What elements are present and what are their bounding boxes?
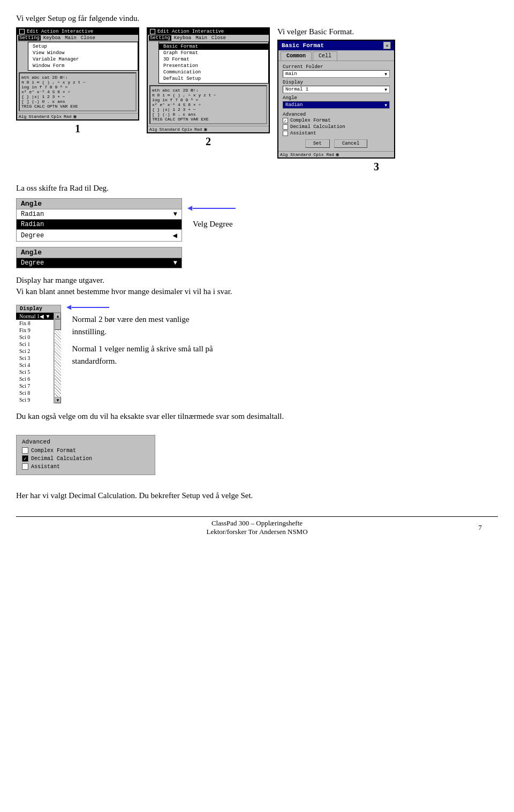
- display-item-sci0[interactable]: Sci 0: [16, 334, 54, 341]
- angle-option-degree[interactable]: Degree ◀: [16, 230, 182, 242]
- menu-window-form[interactable]: Window Form: [28, 63, 138, 69]
- display-item-normal1-text: Normal 1: [19, 313, 40, 319]
- normal-arrow-head: ◀: [66, 303, 71, 311]
- calc-ui-2: Edit Action Interactive Setting Keyboa M…: [147, 27, 270, 133]
- menu2-default-setup[interactable]: Default Setup: [159, 76, 268, 82]
- blue-arrows-container: ◀ Velg Degree: [193, 198, 236, 229]
- angle-after-label: Angle: [16, 247, 182, 258]
- radian-selected-text: Radian: [21, 221, 44, 228]
- screenshot-1: Edit Action Interactive Setting Keyboa M…: [16, 27, 139, 135]
- cb-assistant[interactable]: [283, 131, 288, 136]
- advanced-section-display: Advanced Complex Format ✓ Decimal Calcul…: [16, 435, 155, 475]
- arrow-line-1: ◀: [193, 208, 236, 209]
- status2-icon: ▣: [204, 127, 207, 132]
- angle-dropdown[interactable]: Radian ▼: [283, 101, 390, 109]
- cancel-button[interactable]: Cancel: [334, 139, 367, 148]
- cb-complex-label: Complex Format: [290, 118, 331, 123]
- footer-container: ClassPad 300 – Opplæringshefte Lektor/fo…: [16, 519, 498, 536]
- calc-title-1: Edit Action Interactive: [27, 29, 93, 34]
- adv-checkbox-complex: Complex Format: [22, 447, 149, 454]
- arrow-head-1: ◀: [187, 204, 192, 212]
- cb-decimal-calc[interactable]: [283, 124, 288, 130]
- display-item-fix9[interactable]: Fix 9: [16, 327, 54, 334]
- display-item-sci4[interactable]: Sci 4: [16, 362, 54, 369]
- display-item-sci6[interactable]: Sci 6: [16, 375, 54, 382]
- dialog-status: Alg Standard Cplx Rad ▣: [278, 151, 394, 157]
- menu-view-window[interactable]: View Window: [28, 50, 138, 56]
- scrollbar-up[interactable]: ▲: [55, 313, 61, 319]
- menu-main[interactable]: Main: [63, 35, 78, 41]
- menu2-main[interactable]: Main: [194, 35, 209, 41]
- adv-checkbox-decimal: ✓ Decimal Calculation: [22, 455, 149, 462]
- dialog-titlebar: Basic Format ✕: [278, 41, 394, 50]
- velg-degree-label: Velg Degree: [193, 220, 236, 229]
- current-folder-dropdown[interactable]: main ▼: [283, 70, 390, 78]
- status-alg: Alg: [19, 114, 26, 119]
- calc-menu-1: Setting Keyboa Main Close: [17, 35, 138, 42]
- rad-deg-text: La oss skifte fra Rad til Deg.: [16, 184, 498, 193]
- screenshot-2: Edit Action Interactive Setting Keyboa M…: [147, 27, 270, 148]
- status2-standard: Standard: [159, 127, 179, 132]
- menu-setting[interactable]: Setting: [18, 35, 41, 41]
- display-item-sci3[interactable]: Sci 3: [16, 355, 54, 362]
- tab-common[interactable]: Common: [281, 51, 312, 61]
- dialog-close-button[interactable]: ✕: [383, 42, 391, 49]
- display-item-sci5[interactable]: Sci 5: [16, 369, 54, 375]
- display-item-sci8[interactable]: Sci 8: [16, 389, 54, 396]
- dropdown-arrow-1: ▼: [384, 72, 387, 77]
- advanced-title: Advanced: [22, 439, 149, 445]
- display-section-text: Display har mange utgaver. Vi kan blant …: [16, 276, 498, 296]
- adv-cb-assistant[interactable]: [22, 463, 28, 470]
- radian-header-text: Radian: [21, 210, 44, 218]
- display-item-fix8[interactable]: Fix 8: [16, 320, 54, 327]
- display-dropdown[interactable]: Normal 1 ▼: [283, 86, 390, 93]
- adv-decimal-label: Decimal Calculation: [31, 456, 92, 462]
- menu2-basic-format[interactable]: Basic Format: [159, 43, 268, 50]
- scrollbar-down[interactable]: ▼: [55, 397, 61, 403]
- calc-display-2: mth abc cat 2D ⊠↑↓ π 8 i ∞ ( ) , ÷ x y z…: [149, 85, 267, 124]
- menu2-communication[interactable]: Communication: [159, 69, 268, 76]
- menu2-keyboard[interactable]: Keyboa: [172, 35, 193, 41]
- cb-decimal-label: Decimal Calculation: [290, 124, 345, 130]
- menu2-graph-format[interactable]: Graph Format: [159, 50, 268, 56]
- degree-selected-display[interactable]: Degree ▼: [16, 258, 182, 268]
- radian-arrow-down: ▼: [173, 210, 177, 218]
- tab-cell[interactable]: Cell: [313, 51, 337, 61]
- display-item-sci2[interactable]: Sci 2: [16, 348, 54, 355]
- adv-cb-decimal[interactable]: ✓: [22, 455, 28, 462]
- menu2-close[interactable]: Close: [210, 35, 228, 41]
- arrow-to-radian: ◀: [193, 208, 236, 209]
- normal-text1: Normal 2 bør være den mest vanlige innst…: [72, 313, 222, 337]
- menu-setup[interactable]: Setup: [28, 43, 138, 50]
- dropdown-arrow-3: ▼: [384, 103, 387, 108]
- calc-title-2: Edit Action Interactive: [157, 29, 224, 34]
- display-item-normal1[interactable]: Normal 1 ◀ ▼: [16, 313, 54, 320]
- menu-close[interactable]: Close: [79, 35, 97, 41]
- display-list-items: Normal 1 ◀ ▼ Fix 8 Fix 9 Sci 0 Sci 1 Sci…: [16, 313, 54, 403]
- current-folder-label: Current Folder: [283, 64, 390, 70]
- angle-value: Radian: [285, 102, 303, 108]
- display-item-sci1[interactable]: Sci 1: [16, 341, 54, 348]
- menu2-presentation[interactable]: Presentation: [159, 63, 268, 69]
- degree-text: Degree: [21, 232, 44, 239]
- adv-cb-complex[interactable]: [22, 447, 28, 454]
- angle-option-radian-header[interactable]: Radian ▼: [16, 209, 182, 220]
- angle-select-row: Angle Radian ▼ Radian Degree ◀: [16, 198, 498, 242]
- menu-variable-manager[interactable]: Variable Manager: [28, 56, 138, 63]
- scrollbar-thumb[interactable]: [55, 319, 61, 330]
- display-item-sci9[interactable]: Sci 9: [16, 396, 54, 403]
- calc-menu-2: Setting Keyboa Main Close: [148, 35, 269, 42]
- degree-selected-text: Degree: [21, 259, 44, 267]
- adv-assistant-label: Assistant: [31, 464, 60, 470]
- cb-complex-format[interactable]: [283, 118, 288, 123]
- rad-to-deg-section: La oss skifte fra Rad til Deg. Angle Rad…: [16, 184, 498, 268]
- angle-option-radian-selected[interactable]: Radian: [16, 220, 182, 230]
- menu2-setting[interactable]: Setting: [149, 35, 171, 41]
- footer-line1: ClassPad 300 – Opplæringshefte: [206, 519, 307, 528]
- menu2-3d-format[interactable]: 3D Format: [159, 56, 268, 63]
- advanced-section-dialog: Advanced Complex Format Decimal Calculat…: [283, 112, 390, 136]
- display-item-sci7[interactable]: Sci 7: [16, 382, 54, 389]
- set-button[interactable]: Set: [305, 139, 330, 148]
- normal-description-container: ◀ Normal 2 bør være den mest vanlige inn…: [72, 305, 222, 367]
- menu-keyboard[interactable]: Keyboa: [42, 35, 62, 41]
